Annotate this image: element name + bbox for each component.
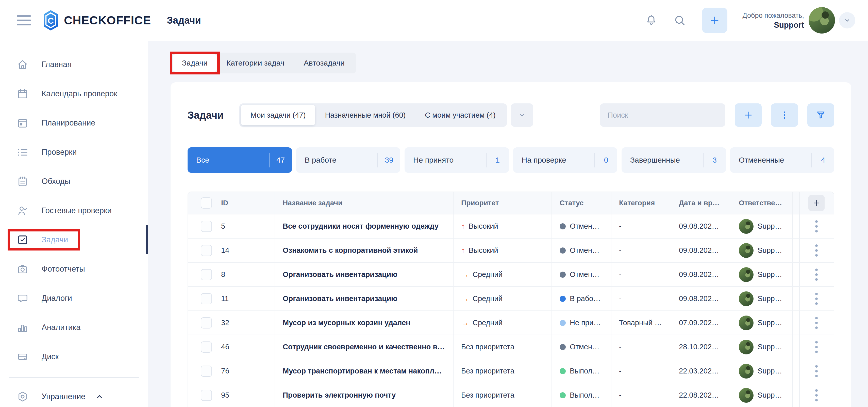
sidebar-item-home[interactable]: Главная (0, 50, 148, 79)
task-name-link[interactable]: Мусор из мусорных корзин удален (283, 319, 410, 327)
user-avatar[interactable] (809, 7, 835, 33)
sidebar-item-label: Фотоотчеты (42, 264, 85, 273)
priority-arrow-icon: ↑ (461, 222, 465, 231)
task-name-link[interactable]: Организовать инвентаризацию (283, 294, 398, 303)
table-row: 14 Ознакомить с корпоративной этикой ↑Вы… (188, 238, 834, 262)
page-title: Задачи (167, 15, 201, 26)
plus-icon (812, 199, 821, 207)
category-value: - (619, 270, 622, 279)
spacer-column-cell (792, 263, 799, 286)
hamburger-menu-icon[interactable] (17, 15, 31, 25)
row-checkbox[interactable] (201, 342, 212, 353)
sidebar-item-guest-inspections[interactable]: Гостевые проверки (0, 196, 148, 225)
priority-arrow-icon: → (461, 318, 469, 327)
status-label: Не при… (570, 319, 601, 327)
sidebar-item-inspections[interactable]: Проверки (0, 138, 148, 167)
row-kebab-icon[interactable] (813, 314, 820, 331)
select-all-checkbox[interactable] (201, 197, 212, 209)
chip-on-review[interactable]: На проверке0 (513, 147, 618, 173)
task-name-link[interactable]: Мусор транспортирован к местам накопл… (283, 367, 442, 375)
chip-completed[interactable]: Завершенные3 (622, 147, 726, 173)
priority-label: Без приоритета (461, 391, 515, 399)
assignee-avatar (739, 388, 753, 403)
sidebar-item-label: Обходы (42, 177, 70, 186)
table-row: 11 Организовать инвентаризацию →Средний … (188, 286, 834, 311)
row-checkbox[interactable] (201, 293, 212, 304)
sidebar-item-planning[interactable]: Планирование (0, 108, 148, 138)
assignee-avatar (739, 243, 753, 258)
assignee-avatar (739, 316, 753, 330)
chip-not-accepted[interactable]: Не принято1 (405, 147, 509, 173)
task-name-link[interactable]: Проверить электронную почту (283, 391, 396, 399)
app-root: C CHECKOFFICE Задачи (0, 0, 868, 407)
scope-assigned-by-me[interactable]: Назначенные мной (60) (315, 105, 415, 125)
tasks-card: Задачи Мои задачи (47) Назначенные мной … (170, 82, 851, 407)
tab-auto-tasks[interactable]: Автозадачи (294, 54, 354, 71)
scope-more-chevron-down-icon[interactable] (511, 104, 533, 127)
task-id: 76 (221, 367, 229, 375)
row-checkbox[interactable] (201, 366, 212, 377)
row-checkbox[interactable] (201, 317, 212, 328)
row-kebab-icon[interactable] (813, 362, 820, 380)
add-column-button[interactable] (808, 195, 825, 211)
sidebar-item-disk[interactable]: Диск (0, 342, 148, 371)
status-dot-icon (560, 368, 566, 374)
spacer-column-cell (792, 359, 799, 383)
header-add-button[interactable] (702, 8, 727, 33)
chip-in-work[interactable]: В работе39 (296, 147, 401, 173)
filter-button[interactable] (807, 104, 834, 127)
row-kebab-icon[interactable] (813, 266, 820, 283)
priority-label: Средний (472, 294, 502, 303)
tab-task-categories[interactable]: Категории задач (217, 54, 294, 71)
row-kebab-icon[interactable] (813, 339, 820, 356)
column-header-priority: Приоритет (453, 192, 552, 214)
table-row: 95 Проверить электронную почту Без приор… (188, 383, 834, 407)
sidebar-item-tasks[interactable]: Задачи (0, 225, 148, 254)
row-kebab-icon[interactable] (813, 290, 820, 308)
status-dot-icon (560, 344, 566, 350)
tab-tasks[interactable]: Задачи (173, 54, 217, 71)
global-search-icon[interactable] (672, 12, 688, 28)
row-checkbox[interactable] (201, 245, 212, 256)
task-name-link[interactable]: Сотрудник своевременно и качественно в… (283, 343, 445, 351)
sidebar-item-dialogs[interactable]: Диалоги (0, 284, 148, 313)
user-check-icon (17, 205, 28, 216)
sidebar-item-calendar[interactable]: Календарь проверок (0, 79, 148, 108)
task-name-link[interactable]: Все сотрудники носят форменную одежду (283, 222, 439, 230)
priority-label: Без приоритета (461, 367, 515, 375)
sidebar-item-rounds[interactable]: Обходы (0, 167, 148, 196)
category-value: - (619, 391, 622, 399)
row-checkbox[interactable] (201, 221, 212, 232)
row-kebab-icon[interactable] (813, 218, 820, 235)
chip-count: 1 (487, 156, 509, 164)
chip-all[interactable]: Все47 (188, 147, 292, 173)
sidebar-item-photo-reports[interactable]: Фотоотчеты (0, 254, 148, 284)
more-actions-kebab-icon[interactable] (771, 104, 798, 127)
assignee-avatar (739, 267, 753, 282)
task-name-link[interactable]: Организовать инвентаризацию (283, 270, 398, 279)
assignee-name: Supp… (757, 246, 782, 255)
user-menu-chevron-down-icon[interactable] (839, 12, 855, 28)
row-kebab-icon[interactable] (813, 242, 820, 259)
spacer-column-cell (792, 335, 799, 359)
bar-chart-icon (17, 322, 28, 333)
chip-canceled[interactable]: Отмененные4 (730, 147, 835, 173)
scope-my-tasks[interactable]: Мои задачи (47) (241, 105, 315, 125)
sidebar-item-label: Календарь проверок (42, 89, 117, 98)
funnel-icon (815, 110, 826, 120)
brand-logo: C CHECKOFFICE (43, 10, 151, 31)
date-value: 09.08.202… (679, 294, 719, 303)
sidebar-item-analytics[interactable]: Аналитика (0, 313, 148, 342)
sidebar-item-management[interactable]: Управление (0, 384, 148, 407)
table-row: 8 Организовать инвентаризацию →Средний О… (188, 262, 834, 286)
notifications-bell-icon[interactable] (643, 12, 659, 28)
row-checkbox[interactable] (201, 390, 212, 401)
search-input[interactable] (600, 104, 725, 127)
row-checkbox[interactable] (201, 269, 212, 280)
add-task-button[interactable] (735, 104, 762, 127)
status-dot-icon (560, 320, 566, 326)
task-check-icon (17, 234, 28, 246)
scope-with-my-participation[interactable]: С моим участием (4) (415, 105, 505, 125)
row-kebab-icon[interactable] (813, 387, 820, 404)
task-name-link[interactable]: Ознакомить с корпоративной этикой (283, 246, 418, 255)
